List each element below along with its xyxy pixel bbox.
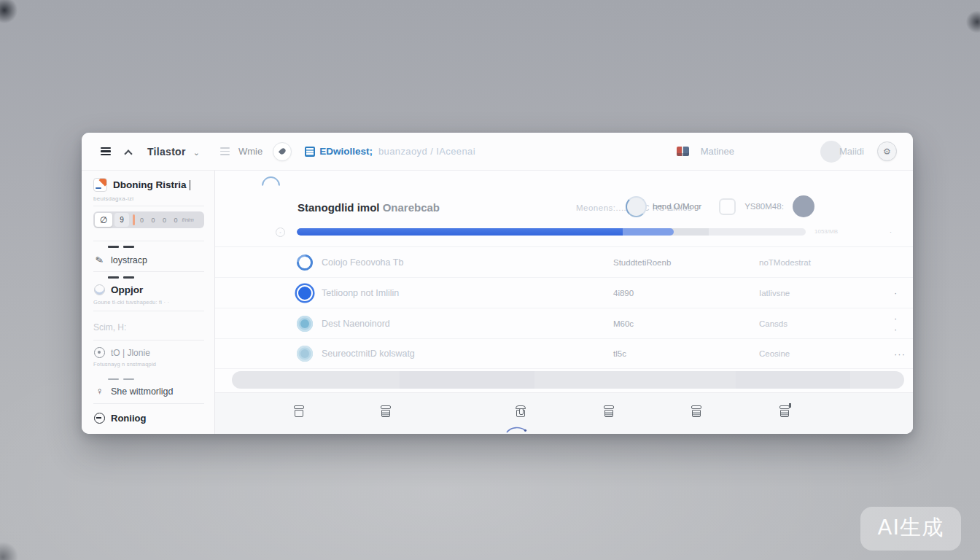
app-logo-icon <box>93 178 107 192</box>
ai-generated-watermark: AI生成 <box>860 507 961 551</box>
sidebar-toolbar: ∅ 9 0 0 0 0 f/nim <box>93 211 204 228</box>
sidebar-item-jlonie[interactable]: tO | Jlonie <box>93 346 204 359</box>
skeleton-dashes <box>108 246 204 248</box>
data-table: Coiojo Feoovoha Tb StuddtetiRoenb noTMod… <box>215 246 913 369</box>
sidebar-item-loystracp[interactable]: ✎ loystracp <box>93 254 204 266</box>
skeleton-dashes <box>108 378 204 380</box>
skeleton-loader-bar <box>232 371 904 389</box>
row-menu-icon[interactable]: · · <box>894 313 898 335</box>
bin-icon[interactable] <box>293 405 305 418</box>
page-title-suffix: Onarebcab <box>380 201 440 214</box>
user-name: Maiidi <box>839 146 864 157</box>
sidebar: Dboning Ristria beuisdagxa-izi ∅ 9 0 0 0… <box>82 171 215 434</box>
sidebar-item-scim[interactable]: Scim, H: <box>93 322 204 332</box>
droplet-badge[interactable] <box>273 142 292 161</box>
badge-label: YS80M48: <box>744 202 784 211</box>
sidebar-item-oppjor[interactable]: Oppjor <box>93 284 204 296</box>
text-cursor <box>190 180 191 190</box>
notice-label: Matinee <box>701 146 734 157</box>
skeleton-dashes <box>108 276 204 279</box>
divider <box>93 403 204 404</box>
divider <box>93 311 204 311</box>
doc-link[interactable]: EDwiollest; <box>319 146 373 157</box>
droplet-icon <box>278 147 286 155</box>
ring-icon <box>93 412 106 424</box>
app-title: Dboning Ristria <box>113 179 187 190</box>
eye-icon <box>93 346 106 359</box>
toggle-circle[interactable] <box>626 196 647 217</box>
footer-toolbar <box>215 392 913 434</box>
divider <box>93 271 204 272</box>
row-status-icon <box>297 346 313 362</box>
hamburger-menu-icon[interactable] <box>101 147 111 155</box>
progress-bar[interactable] <box>297 228 806 236</box>
app-window: Tilastor ⌄ Wmie EDwiollest; buanzaoyd / … <box>82 133 913 434</box>
toolbar-orange-divider <box>133 214 135 225</box>
row-status-icon <box>297 316 313 332</box>
table-row[interactable]: Dest Naenoinord M60c Cansds · · <box>215 308 913 338</box>
loading-spinner-icon <box>258 173 284 198</box>
row-menu-icon[interactable]: · <box>894 287 898 298</box>
settings-button[interactable]: ⚙ <box>877 141 897 161</box>
topbar-left: Tilastor ⌄ Wmie EDwiollest; buanzaoyd / … <box>101 142 475 161</box>
user-chip[interactable]: Maiidi <box>820 141 864 163</box>
brand-title[interactable]: Tilastor <box>147 146 186 158</box>
topbar: Tilastor ⌄ Wmie EDwiollest; buanzaoyd / … <box>82 133 913 171</box>
blue-curve-decoration <box>505 425 529 434</box>
bucket-icon[interactable] <box>380 405 392 418</box>
pen-icon: ✎ <box>93 254 106 266</box>
sidebar-note: Goune tl-cki tuvshapedu: fi · · <box>93 299 204 306</box>
gear-icon: ⚙ <box>883 147 891 157</box>
row-menu-icon[interactable]: ··· <box>894 349 906 359</box>
circle-icon <box>93 284 106 296</box>
bucket-lines-icon[interactable] <box>603 405 615 418</box>
sidebar-app-header: Dboning Ristria <box>93 178 204 192</box>
sidebar-note: Fotusnayg n snstmaqpid <box>93 361 204 368</box>
bucket-lines-icon[interactable] <box>691 405 702 418</box>
table-row[interactable]: Tetlioonp not Imlilin 4i890 Iatlivsne · <box>215 277 913 308</box>
page-title: Stanogdlid imol Onarebcab <box>298 201 440 214</box>
toolbar-seg-1[interactable]: ∅ <box>95 213 112 227</box>
divider <box>93 340 204 341</box>
toggle-label: hend O/Mogr <box>653 202 701 211</box>
brush-bin-icon[interactable] <box>779 405 790 418</box>
lock-bucket-icon[interactable] <box>515 405 526 418</box>
checkbox-outline[interactable] <box>719 198 736 215</box>
toolbar-zero-icons[interactable]: 0 0 0 0 <box>140 217 181 224</box>
document-icon <box>305 147 315 157</box>
sidebar-item-wittmorligd[interactable]: ♀ She wittmorligd <box>93 385 204 397</box>
sidebar-item-roniiog[interactable]: Roniiog <box>93 412 204 424</box>
progress-row: ◦ 1053/MB · <box>215 226 913 239</box>
divider <box>93 241 204 241</box>
table-row[interactable]: SeureoctmitD kolswatg tl5c Ceosine ··· <box>215 338 913 369</box>
progress-end-dot: · <box>890 228 892 236</box>
progress-fill <box>297 228 623 236</box>
divider <box>93 206 204 206</box>
table-row[interactable]: Coiojo Feoovoha Tb StuddtetiRoenb noTMod… <box>215 246 913 277</box>
row-status-icon <box>297 285 313 301</box>
toolbar-hint: f/nim <box>182 217 194 223</box>
topbar-right: Matinee Maiidi ⚙ <box>677 141 897 163</box>
list-view-icon[interactable] <box>220 147 230 155</box>
avatar-circle[interactable] <box>793 195 814 217</box>
chevron-down-icon[interactable]: ⌄ <box>193 148 200 158</box>
collapse-caret-icon[interactable] <box>125 149 131 155</box>
breadcrumb[interactable]: buanzaoyd / IAceenai <box>378 146 475 157</box>
toolbar-seg-2[interactable]: 9 <box>114 213 129 227</box>
person-icon: ♀ <box>93 385 106 397</box>
flag-logo-icon <box>677 147 689 156</box>
nav-label[interactable]: Wmie <box>238 146 262 157</box>
progress-status-icon: ◦ <box>276 228 285 237</box>
app-subtitle: beuisdagxa-izi <box>93 195 204 202</box>
main-content: Stanogdlid imol Onarebcab Meonens:....2.… <box>215 171 913 434</box>
progress-fill-light <box>623 228 674 236</box>
header-controls: hend O/Mogr YS80M48: <box>626 195 814 217</box>
row-status-icon <box>294 251 316 273</box>
progress-label: 1053/MB <box>814 228 838 235</box>
content-header: Stanogdlid imol Onarebcab Meonens:....2.… <box>215 195 913 220</box>
